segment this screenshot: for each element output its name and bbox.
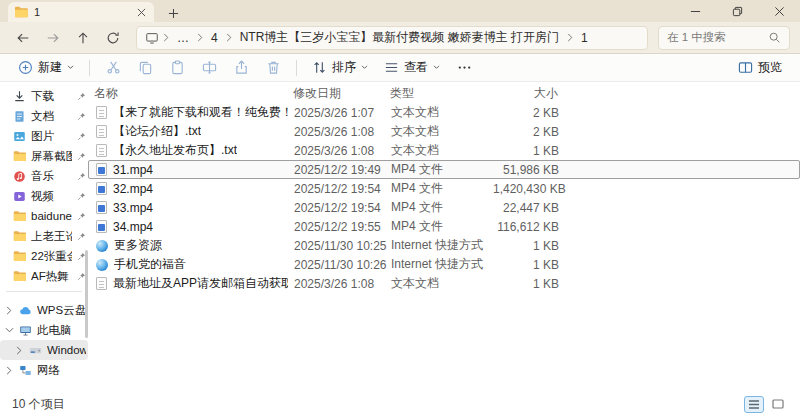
minimize-icon: [690, 6, 701, 17]
trash-icon: [266, 60, 281, 75]
icons-view-icon: [772, 399, 784, 409]
sidebar-item-music[interactable]: 音乐: [0, 166, 88, 186]
explorer-tab[interactable]: 1: [8, 2, 154, 22]
chevron-right-icon[interactable]: [4, 306, 14, 315]
share-button[interactable]: [227, 56, 255, 80]
sort-button[interactable]: 排序: [306, 56, 374, 80]
file-row[interactable]: 34.mp4 2025/12/2 19:55 MP4 文件 116,612 KB: [88, 217, 800, 236]
new-button[interactable]: 新建: [12, 56, 80, 80]
paste-icon: [170, 60, 185, 75]
sidebar-item-documents[interactable]: 文档: [0, 106, 88, 126]
details-view-button[interactable]: [744, 396, 764, 413]
sidebar-item-folder[interactable]: AF热舞，顶级: [0, 266, 88, 286]
sidebar-item-baidunetdisk[interactable]: baidunetdisk: [0, 206, 88, 226]
icons-view-button[interactable]: [768, 396, 788, 413]
sidebar-item-wps-cloud[interactable]: WPS云盘: [0, 300, 88, 320]
file-row[interactable]: 手机党的福音 2025/11/30 10:26 Internet 快捷方式 1 …: [88, 255, 800, 274]
sidebar-item-videos[interactable]: 视频: [0, 186, 88, 206]
sidebar-item-pictures[interactable]: 图片: [0, 126, 88, 146]
close-icon: [774, 6, 785, 17]
main-content: 下载 文档 图片 屏幕截图 音乐: [0, 82, 800, 391]
preview-pane-icon: [738, 60, 753, 75]
file-row[interactable]: 33.mp4 2025/12/2 19:54 MP4 文件 22,447 KB: [88, 198, 800, 217]
maximize-button[interactable]: [716, 0, 758, 22]
video-file-icon: [96, 182, 107, 195]
sidebar-item-folder[interactable]: 上老王论坛当: [0, 226, 88, 246]
sidebar-scrollbar[interactable]: [85, 250, 88, 338]
column-header-type[interactable]: 类型: [384, 85, 492, 102]
folder-icon: [14, 6, 28, 18]
search-input[interactable]: 在 1 中搜索: [658, 26, 790, 50]
back-button[interactable]: [10, 26, 36, 50]
rename-button[interactable]: [195, 56, 223, 80]
network-icon: [19, 364, 32, 377]
pin-icon: [77, 152, 86, 161]
tab-close-icon[interactable]: [134, 5, 148, 19]
cut-icon: [106, 60, 121, 75]
chevron-right-icon[interactable]: [4, 366, 14, 375]
sidebar-divider: [6, 291, 82, 292]
tab-title: 1: [34, 6, 128, 18]
cut-button[interactable]: [99, 56, 127, 80]
window-controls: [674, 0, 800, 22]
chevron-down-icon: [67, 65, 74, 70]
forward-button[interactable]: [40, 26, 66, 50]
desktop-icon: [145, 31, 159, 45]
sidebar-item-network[interactable]: 网络: [0, 360, 88, 380]
chevron-right-icon[interactable]: [14, 346, 24, 355]
preview-button[interactable]: 预览: [732, 56, 788, 80]
video-file-icon: [96, 163, 107, 176]
music-icon: [13, 170, 26, 183]
column-header-name[interactable]: 名称: [88, 85, 287, 102]
close-button[interactable]: [758, 0, 800, 22]
breadcrumb[interactable]: … 4 NTR博主【三岁小宝宝】最新付费视频 嫩娇妻博主 打开房门 1: [136, 26, 648, 50]
column-header-size[interactable]: 大小: [492, 85, 568, 102]
file-row[interactable]: 32.mp4 2025/12/2 19:54 MP4 文件 1,420,430 …: [88, 179, 800, 198]
search-placeholder: 在 1 中搜索: [667, 30, 768, 45]
file-explorer-window: 1: [0, 0, 800, 417]
this-pc-icon: [19, 324, 32, 337]
sidebar-item-windows-ssd[interactable]: Windows-SSD: [0, 340, 88, 360]
sidebar-item-folder[interactable]: 22张重金约D: [0, 246, 88, 266]
view-label: 查看: [404, 59, 428, 76]
new-label: 新建: [38, 59, 62, 76]
breadcrumb-item[interactable]: 4: [207, 30, 222, 46]
new-tab-button[interactable]: [162, 4, 184, 22]
delete-button[interactable]: [259, 56, 287, 80]
up-button[interactable]: [70, 26, 96, 50]
breadcrumb-item[interactable]: NTR博主【三岁小宝宝】最新付费视频 嫩娇妻博主 打开房门: [236, 28, 563, 47]
chevron-down-icon[interactable]: [4, 327, 14, 333]
file-row[interactable]: 【来了就能下载和观看！纯免费！】.txt 2025/3/26 1:07 文本文档…: [88, 103, 800, 122]
chevron-right-icon: [197, 33, 203, 42]
folder-icon: [13, 150, 26, 162]
file-row[interactable]: 【论坛介绍】.txt 2025/3/26 1:08 文本文档 2 KB: [88, 122, 800, 141]
folder-icon: [13, 270, 26, 282]
sidebar-item-this-pc[interactable]: 此电脑: [0, 320, 88, 340]
text-file-icon: [96, 144, 107, 157]
view-button[interactable]: 查看: [378, 56, 446, 80]
file-row[interactable]: 最新地址及APP请发邮箱自动获取！！！.txt 2025/3/26 1:08 文…: [88, 274, 800, 293]
column-header-date[interactable]: 修改日期: [287, 85, 384, 102]
cloud-icon: [19, 304, 32, 317]
breadcrumb-item-current[interactable]: 1: [577, 30, 592, 46]
address-bar: … 4 NTR博主【三岁小宝宝】最新付费视频 嫩娇妻博主 打开房门 1 在 1 …: [0, 22, 800, 54]
copy-button[interactable]: [131, 56, 159, 80]
documents-icon: [13, 110, 26, 123]
sort-label: 排序: [332, 59, 356, 76]
column-headers: 名称 修改日期 类型 大小: [88, 84, 800, 103]
file-row[interactable]: 更多资源 2025/11/30 10:25 Internet 快捷方式 1 KB: [88, 236, 800, 255]
paste-button[interactable]: [163, 56, 191, 80]
minimize-button[interactable]: [674, 0, 716, 22]
text-file-icon: [96, 277, 107, 290]
sidebar-item-downloads[interactable]: 下载: [0, 86, 88, 106]
file-row-selected[interactable]: 31.mp4 2025/12/2 19:49 MP4 文件 51,986 KB: [88, 160, 800, 179]
file-row[interactable]: 【永久地址发布页】.txt 2025/3/26 1:08 文本文档 1 KB: [88, 141, 800, 160]
breadcrumb-ellipsis[interactable]: …: [173, 30, 193, 46]
more-options-button[interactable]: [450, 56, 478, 80]
sidebar-item-screenshots[interactable]: 屏幕截图: [0, 146, 88, 166]
plus-icon: [168, 8, 179, 19]
internet-shortcut-icon: [96, 240, 108, 252]
chevron-down-icon: [433, 65, 440, 70]
status-bar: 10 个项目: [0, 391, 800, 417]
refresh-button[interactable]: [100, 26, 126, 50]
